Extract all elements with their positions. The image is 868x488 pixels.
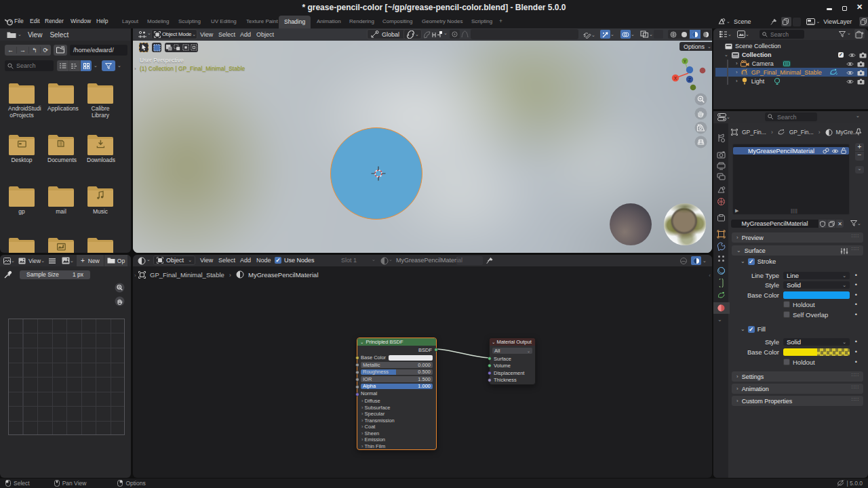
svg-text:Y: Y bbox=[684, 59, 687, 64]
svg-text:X: X bbox=[674, 76, 677, 81]
svg-text:Z: Z bbox=[688, 77, 691, 82]
